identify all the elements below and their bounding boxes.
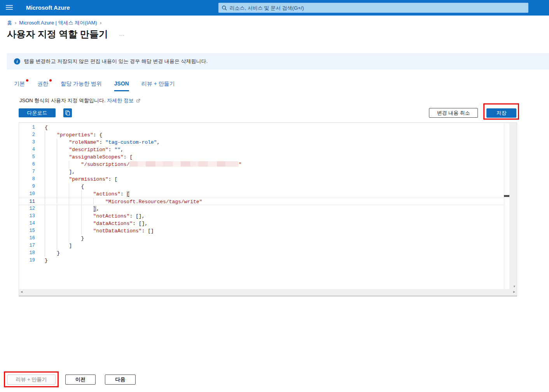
- indent-guide: [57, 161, 69, 168]
- tab-label: 리뷰 + 만들기: [141, 80, 175, 87]
- breadcrumb-home-link[interactable]: 홈: [7, 20, 12, 26]
- code-line: 14"dataActions": [],: [19, 220, 504, 227]
- indent-guide: [57, 168, 69, 176]
- indent-guide: [69, 161, 81, 168]
- code-text: ],: [35, 205, 99, 213]
- line-number: 17: [19, 242, 35, 249]
- indent-guide: [57, 213, 69, 220]
- scroll-down-icon[interactable]: ▾: [513, 284, 515, 288]
- indent-guide: [45, 176, 57, 183]
- review-create-button[interactable]: 리뷰 + 만들기: [7, 375, 56, 385]
- code-text: "Microsoft.Resources/tags/write": [35, 198, 202, 205]
- code-text: "actions": [: [35, 190, 129, 198]
- line-number: 16: [19, 235, 35, 242]
- code-line: 16}: [19, 235, 504, 242]
- indent-guide: [45, 235, 57, 242]
- code-text: ]: [35, 242, 72, 249]
- tab-label: JSON: [114, 80, 129, 87]
- indent-guide: [81, 220, 93, 227]
- tab-bar: 기본권한할당 가능한 범위JSON리뷰 + 만들기: [14, 80, 175, 91]
- indent-guide: [57, 220, 69, 227]
- breadcrumb: 홈›Microsoft Azure | 액세스 제어(IAM)›: [7, 19, 104, 26]
- indent-guide: [93, 198, 105, 204]
- indent-guide: [57, 227, 69, 235]
- tab-label: 할당 가능한 범위: [61, 80, 102, 87]
- search-input[interactable]: [230, 5, 525, 11]
- tab-review-create[interactable]: 리뷰 + 만들기: [141, 80, 175, 91]
- horizontal-scrollbar[interactable]: ◂ ▸: [19, 289, 517, 296]
- line-number: 15: [19, 227, 35, 235]
- tab-label: 권한: [37, 80, 48, 87]
- line-number: 12: [19, 205, 35, 213]
- code-text: "/subscriptions/": [35, 161, 242, 168]
- code-line: 5"assignableScopes": [: [19, 153, 504, 161]
- indent-guide: [69, 220, 81, 227]
- tab-json[interactable]: JSON: [114, 80, 129, 91]
- chevron-right-icon: ›: [100, 20, 101, 26]
- title-more-menu[interactable]: ...: [119, 31, 125, 37]
- indent-guide: [45, 198, 57, 204]
- line-number: 10: [19, 190, 35, 198]
- code-text: ],: [35, 168, 75, 176]
- line-number: 3: [19, 139, 35, 146]
- indent-guide: [45, 227, 57, 235]
- line-number: 2: [19, 131, 35, 139]
- indent-guide: [45, 249, 57, 257]
- line-number: 6: [19, 161, 35, 168]
- indent-guide: [57, 198, 69, 204]
- indent-guide: [69, 183, 81, 190]
- indent-guide: [45, 131, 57, 139]
- indent-guide: [57, 205, 69, 213]
- code-line: 19}: [19, 257, 504, 264]
- redacted-subscription-id: [129, 161, 239, 167]
- unsaved-dot-icon: [49, 79, 52, 82]
- indent-guide: [45, 161, 57, 168]
- scroll-right-icon[interactable]: ▸: [513, 289, 515, 294]
- code-area[interactable]: 1{2"properties": {3"roleName": "tag-cust…: [19, 123, 504, 289]
- code-line: 3"roleName": "tag-custom-role",: [19, 139, 504, 146]
- breadcrumb-parent-link[interactable]: Microsoft Azure | 액세스 제어(IAM): [19, 20, 97, 26]
- indent-guide: [81, 190, 93, 198]
- scroll-left-icon[interactable]: ◂: [21, 289, 23, 294]
- info-icon: i: [14, 58, 20, 64]
- indent-guide: [45, 213, 57, 220]
- line-number: 13: [19, 213, 35, 220]
- previous-button[interactable]: 이전: [65, 375, 96, 385]
- global-search[interactable]: [218, 3, 528, 13]
- code-line: 8"permissions": [: [19, 176, 504, 183]
- code-line: 15"notDataActions": []: [19, 227, 504, 235]
- code-text: }: [35, 235, 84, 242]
- external-link-icon: [136, 99, 140, 103]
- learn-more-link[interactable]: 자세한 정보: [107, 98, 134, 103]
- indent-guide: [69, 205, 81, 213]
- indent-guide: [57, 183, 69, 190]
- hamburger-menu-icon[interactable]: [6, 5, 13, 10]
- tab-assignable-scopes[interactable]: 할당 가능한 범위: [61, 80, 102, 91]
- json-editor[interactable]: 1{2"properties": {3"roleName": "tag-cust…: [19, 122, 517, 296]
- vertical-scrollbar[interactable]: [509, 123, 517, 289]
- indent-guide: [57, 235, 69, 242]
- download-button[interactable]: 다운로드: [19, 108, 56, 117]
- tab-label: 기본: [14, 80, 25, 87]
- code-text: "permissions": [: [35, 176, 117, 183]
- copy-icon: [65, 110, 70, 115]
- code-text: }: [35, 257, 48, 264]
- line-number: 4: [19, 146, 35, 153]
- tab-permissions[interactable]: 권한: [37, 80, 48, 91]
- copy-button[interactable]: [63, 108, 72, 117]
- code-text: "notDataActions": []: [35, 227, 154, 235]
- code-line: 13"notActions": [],: [19, 213, 504, 220]
- line-number: 5: [19, 153, 35, 161]
- code-line: 6"/subscriptions/": [19, 161, 504, 168]
- brand-title: Microsoft Azure: [26, 0, 70, 16]
- tab-basics[interactable]: 기본: [14, 80, 25, 91]
- discard-changes-button[interactable]: 변경 내용 취소: [429, 108, 478, 118]
- code-line: 1{: [19, 124, 504, 131]
- indent-guide: [69, 213, 81, 220]
- next-button[interactable]: 다음: [105, 375, 136, 385]
- code-text: "properties": {: [35, 131, 102, 139]
- chevron-right-icon: ›: [15, 20, 16, 26]
- indent-guide: [45, 146, 57, 153]
- page-title: 사용자 지정 역할 만들기: [7, 28, 108, 40]
- code-line: 12],: [19, 205, 504, 213]
